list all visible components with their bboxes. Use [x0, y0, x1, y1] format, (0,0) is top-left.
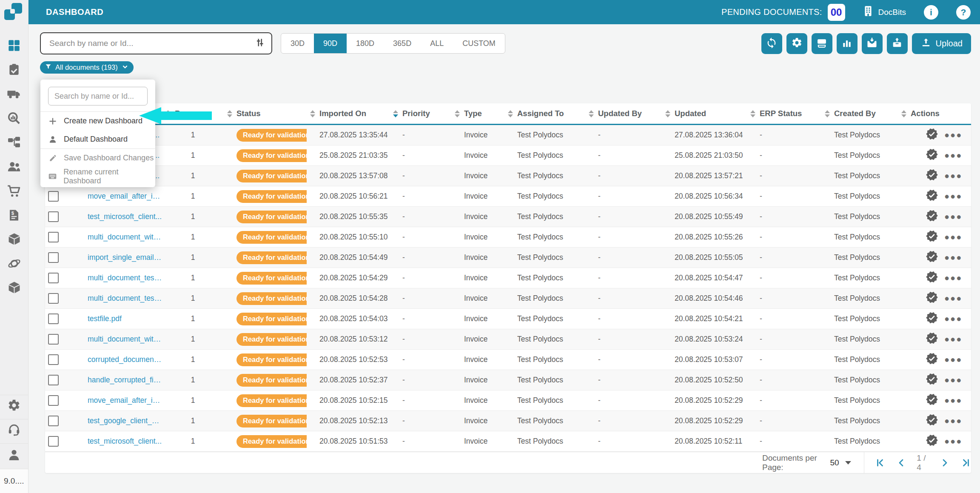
sidebar-item-users[interactable]	[0, 155, 28, 180]
upload-button[interactable]: Upload	[912, 33, 971, 54]
document-name-link[interactable]: multi_document_with...	[83, 233, 162, 242]
column-type[interactable]: Type	[451, 109, 504, 118]
column-status[interactable]: Status	[224, 109, 307, 118]
row-checkbox[interactable]	[48, 354, 59, 365]
search-input[interactable]	[48, 38, 254, 48]
column-actions[interactable]: Actions	[898, 109, 971, 118]
validate-badge-icon[interactable]	[926, 250, 938, 265]
validate-badge-icon[interactable]	[926, 209, 938, 224]
column-updated[interactable]: Updated	[662, 109, 747, 118]
time-filter-365d[interactable]: 365D	[384, 34, 421, 53]
last-page-button[interactable]	[961, 458, 971, 468]
more-actions-button[interactable]: ●●●	[944, 375, 962, 385]
column-pages[interactable]: Pages	[162, 109, 224, 118]
document-name-link[interactable]: testfile.pdf	[83, 314, 162, 323]
sidebar-item-purchasing[interactable]	[0, 180, 28, 204]
row-checkbox[interactable]	[48, 416, 59, 426]
per-page-value[interactable]: 50	[830, 458, 839, 467]
row-checkbox[interactable]	[48, 232, 59, 242]
sidebar-item-support[interactable]	[0, 419, 28, 442]
row-checkbox[interactable]	[48, 273, 59, 283]
row-checkbox[interactable]	[48, 375, 59, 385]
validate-badge-icon[interactable]	[926, 352, 938, 367]
scanner-button[interactable]	[812, 33, 832, 54]
document-name-link[interactable]: import_single_email_...	[83, 253, 162, 262]
sidebar-item-packages[interactable]	[0, 228, 28, 252]
menu-item-rename-current-dashboard[interactable]: Rename current Dashboard	[40, 167, 155, 185]
more-actions-button[interactable]: ●●●	[944, 171, 962, 181]
sidebar-item-integrations[interactable]	[0, 252, 28, 276]
first-page-button[interactable]	[875, 458, 885, 468]
row-checkbox[interactable]	[48, 395, 59, 406]
previous-page-button[interactable]	[896, 458, 906, 468]
validate-badge-icon[interactable]	[926, 413, 938, 428]
settings-button[interactable]	[786, 33, 807, 54]
per-page-caret-icon[interactable]	[845, 461, 851, 465]
row-checkbox[interactable]	[48, 313, 59, 324]
more-actions-button[interactable]: ●●●	[944, 416, 962, 426]
mail-import-button[interactable]	[862, 33, 883, 54]
document-name-link[interactable]: test_google_client_20...	[83, 416, 162, 425]
analytics-button[interactable]	[837, 33, 858, 54]
sidebar-item-settings[interactable]	[0, 395, 28, 417]
time-filter-180d[interactable]: 180D	[347, 34, 384, 53]
validate-badge-icon[interactable]	[926, 393, 938, 408]
column-updated-by[interactable]: Updated By	[585, 109, 662, 118]
more-actions-button[interactable]: ●●●	[944, 294, 962, 303]
all-documents-filter-pill[interactable]: All documents (193)	[40, 61, 134, 74]
more-actions-button[interactable]: ●●●	[944, 355, 962, 365]
sidebar-item-workflow[interactable]	[0, 131, 28, 155]
document-name-link[interactable]: multi_document_test...	[83, 274, 162, 282]
validate-badge-icon[interactable]	[926, 311, 938, 326]
help-icon[interactable]: ?	[956, 5, 971, 20]
app-logo-icon[interactable]	[0, 0, 28, 25]
sidebar-item-shipments[interactable]	[0, 83, 28, 107]
row-checkbox[interactable]	[48, 334, 59, 345]
validate-badge-icon[interactable]	[926, 189, 938, 204]
row-checkbox[interactable]	[48, 211, 59, 222]
more-actions-button[interactable]: ●●●	[944, 212, 962, 222]
validate-badge-icon[interactable]	[926, 271, 938, 285]
export-box-button[interactable]	[887, 33, 908, 54]
sidebar-item-products[interactable]	[0, 276, 28, 301]
brand-name[interactable]: DocBits	[878, 8, 906, 17]
document-name-link[interactable]: corrupted_document...	[83, 355, 162, 364]
document-name-link[interactable]: move_email_after_im...	[83, 396, 162, 405]
sidebar-item-insights[interactable]	[0, 107, 28, 131]
menu-search-input[interactable]	[54, 91, 142, 101]
sidebar-item-dashboard[interactable]	[0, 34, 28, 58]
row-checkbox[interactable]	[48, 436, 59, 447]
more-actions-button[interactable]: ●●●	[944, 130, 962, 140]
more-actions-button[interactable]: ●●●	[944, 191, 962, 201]
menu-item-create-new-dashboard[interactable]: Create new Dashboard	[40, 112, 155, 130]
menu-item-save-dashboard-changes[interactable]: Save Dashboard Changes	[40, 149, 155, 167]
info-icon[interactable]: i	[924, 5, 938, 20]
document-name-link[interactable]: move_email_after_im...	[83, 192, 162, 201]
document-name-link[interactable]: test_microsoft_client...	[83, 437, 162, 446]
time-filter-all[interactable]: ALL	[421, 34, 453, 53]
row-checkbox[interactable]	[48, 252, 59, 263]
document-name-link[interactable]: test_microsoft_client...	[83, 212, 162, 221]
validate-badge-icon[interactable]	[926, 148, 938, 163]
document-name-link[interactable]: multi_document_test...	[83, 294, 162, 303]
more-actions-button[interactable]: ●●●	[944, 396, 962, 405]
sidebar-item-profile[interactable]	[0, 443, 28, 468]
column-created-by[interactable]: Created By	[821, 109, 898, 118]
sidebar-item-validation[interactable]	[0, 58, 28, 83]
more-actions-button[interactable]: ●●●	[944, 334, 962, 344]
more-actions-button[interactable]: ●●●	[944, 253, 962, 262]
menu-item-default-dashboard[interactable]: Default Dashboard	[40, 130, 155, 148]
validate-badge-icon[interactable]	[926, 373, 938, 388]
validate-badge-icon[interactable]	[926, 128, 938, 142]
row-checkbox[interactable]	[48, 191, 59, 202]
more-actions-button[interactable]: ●●●	[944, 436, 962, 446]
more-actions-button[interactable]: ●●●	[944, 314, 962, 324]
time-filter-custom[interactable]: CUSTOM	[453, 34, 505, 53]
row-checkbox[interactable]	[48, 293, 59, 304]
column-assigned-to[interactable]: Assigned To	[504, 109, 585, 118]
validate-badge-icon[interactable]	[926, 434, 938, 449]
filter-tune-icon[interactable]	[254, 37, 265, 50]
column-priority[interactable]: Priority	[390, 109, 451, 118]
more-actions-button[interactable]: ●●●	[944, 273, 962, 283]
column-imported-on[interactable]: Imported On	[307, 109, 390, 118]
